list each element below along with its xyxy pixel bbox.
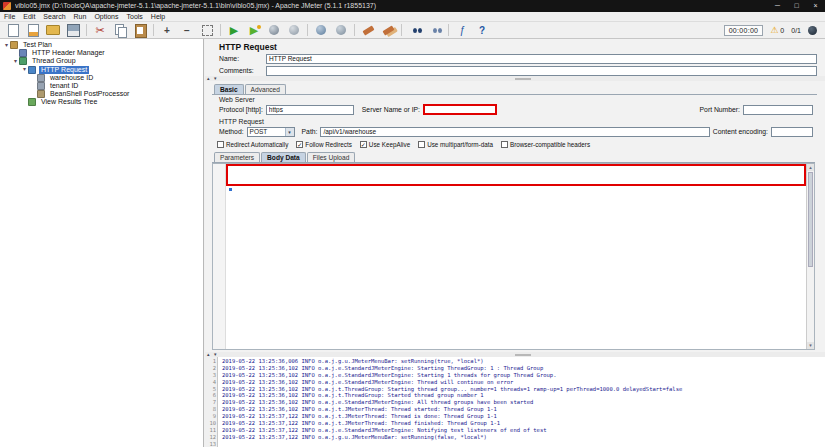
divider-collapse-up-icon[interactable]: ▴ (207, 76, 210, 81)
tree-item-tenant-id[interactable]: tenant ID (0, 82, 203, 90)
toggle-icon[interactable] (200, 23, 214, 37)
tree-item-test-plan[interactable]: ▾Test Plan (0, 41, 203, 49)
toolbar: 00:00:00 ⚠ 0 0/1 (0, 22, 825, 39)
remote-stop-all-icon[interactable] (334, 23, 348, 37)
titlebar: viblo05.jmx (D:\ToolsQA\apache-jmeter-5.… (0, 0, 825, 12)
menu-search[interactable]: Search (39, 12, 69, 22)
tree-item-http-request[interactable]: ▾HTTP Request (0, 66, 203, 74)
cut-icon[interactable] (93, 23, 107, 37)
body-data-panel[interactable]: ▴ ▾ (212, 163, 815, 350)
editor-split-divider[interactable]: ▴ ▾ (205, 76, 825, 81)
log-line: 2019-05-22 13:25:37,122 INFO o.a.j.t.JMe… (222, 420, 825, 427)
collapse-all-icon[interactable] (180, 23, 194, 37)
scroll-up-icon[interactable]: ▴ (807, 164, 814, 171)
server-name-input[interactable] (423, 104, 497, 115)
tree-item-label: warehouse ID (48, 74, 95, 82)
tree-item-http-header-manager[interactable]: HTTP Header Manager (0, 49, 203, 57)
menu-tools[interactable]: Tools (123, 12, 147, 22)
search-icon[interactable] (408, 23, 422, 37)
content-encoding-input[interactable] (771, 127, 813, 137)
start-icon[interactable] (227, 23, 241, 37)
remote-start-all-icon[interactable] (314, 23, 328, 37)
port-input[interactable] (743, 105, 813, 115)
toolbar-status: 00:00:00 ⚠ 0 0/1 (724, 25, 822, 36)
warning-indicator[interactable]: ⚠ 0 (770, 26, 784, 35)
log-line-number: 8 (205, 406, 216, 413)
tab-basic[interactable]: Basic (214, 84, 244, 94)
tab-files-upload[interactable]: Files Upload (307, 152, 356, 162)
tab-advanced[interactable]: Advanced (245, 84, 286, 94)
name-row: Name: (219, 53, 817, 64)
menu-file[interactable]: File (0, 12, 19, 22)
templates-icon[interactable] (26, 23, 40, 37)
log-line: 2019-05-22 13:25:36,102 INFO o.a.j.t.Thr… (222, 392, 825, 399)
log-lines: 2019-05-22 13:25:36,006 INFO o.a.j.g.u.J… (220, 357, 825, 447)
save-icon[interactable] (66, 23, 80, 37)
stop-icon[interactable] (267, 23, 281, 37)
tree-expand-icon[interactable]: ▾ (21, 66, 28, 73)
help-icon[interactable] (475, 23, 489, 37)
menu-options[interactable]: Options (90, 12, 122, 22)
jmeter-window: { "window": { "title": "viblo05.jmx (D:\… (0, 0, 825, 447)
protocol-input[interactable] (266, 105, 354, 115)
maximize-button[interactable]: □ (787, 0, 806, 12)
tab-body-data[interactable]: Body Data (261, 152, 306, 162)
divider-grip[interactable] (515, 78, 531, 80)
log-line: 2019-05-22 13:25:36,102 INFO o.a.j.e.Sta… (222, 365, 825, 372)
checkbox-follow-redirects[interactable]: ✓Follow Redirects (296, 141, 352, 148)
checkbox-use-multipart-form-data[interactable]: Use multipart/form-data (418, 141, 493, 148)
scrollbar-thumb[interactable] (808, 172, 813, 267)
scroll-down-icon[interactable]: ▾ (807, 342, 814, 349)
toolbar-separator (153, 24, 154, 36)
paste-icon[interactable] (133, 23, 147, 37)
method-select[interactable]: POST ▾ (247, 127, 295, 137)
path-input[interactable] (320, 127, 709, 137)
clear-all-icon[interactable] (381, 23, 395, 37)
log-line: 2019-05-22 13:25:36,102 INFO o.a.j.t.JMe… (222, 406, 825, 413)
divider-collapse-down-icon[interactable]: ▾ (214, 76, 217, 81)
divider-grip[interactable] (515, 354, 531, 356)
comments-input[interactable] (266, 66, 817, 76)
shutdown-icon[interactable] (287, 23, 301, 37)
tree-item-thread-group[interactable]: ▾Thread Group (0, 57, 203, 65)
log-panel[interactable]: 12345678910111213 2019-05-22 13:25:36,00… (205, 357, 825, 447)
search-reset-icon[interactable] (428, 23, 442, 37)
log-line-number: 10 (205, 420, 216, 427)
toolbar-separator (307, 24, 308, 36)
log-line: 2019-05-22 13:25:37,122 INFO o.a.j.e.Sta… (222, 427, 825, 434)
checkbox-icon: ✓ (360, 141, 367, 148)
expand-all-icon[interactable] (160, 23, 174, 37)
close-button[interactable]: × (806, 0, 825, 12)
content-encoding-label: Content encoding: (713, 128, 768, 135)
tree-item-beanshell-postprocessor[interactable]: BeanShell PostProcessor (0, 90, 203, 98)
toolbar-separator (401, 24, 402, 36)
copy-icon[interactable] (113, 23, 127, 37)
menu-help[interactable]: Help (147, 12, 169, 22)
body-scrollbar[interactable]: ▴ ▾ (806, 164, 814, 349)
thread-counter: 0/1 (791, 27, 801, 34)
logo-sphere-icon (808, 26, 817, 35)
text-caret (229, 188, 232, 191)
function-helper-icon[interactable] (455, 23, 469, 37)
path-label: Path: (302, 128, 318, 135)
tree-item-warehouse-id[interactable]: warehouse ID (0, 74, 203, 82)
log-line-number: 13 (205, 441, 216, 447)
menu-edit[interactable]: Edit (19, 12, 39, 22)
log-line-number: 9 (205, 413, 216, 420)
open-icon[interactable] (46, 23, 60, 37)
tree-item-view-results-tree[interactable]: View Results Tree (0, 98, 203, 106)
start-no-pauses-icon[interactable] (247, 23, 261, 37)
menu-run[interactable]: Run (70, 12, 91, 22)
name-input[interactable] (266, 54, 817, 64)
tab-parameters[interactable]: Parameters (214, 152, 260, 162)
test-plan-tree: ▾Test PlanHTTP Header Manager▾Thread Gro… (0, 39, 204, 447)
checkbox-browser-compatible-headers[interactable]: Browser-compatible headers (501, 141, 590, 148)
tree-expand-icon[interactable]: ▾ (12, 58, 19, 65)
new-icon[interactable] (6, 23, 20, 37)
clear-icon[interactable] (361, 23, 375, 37)
checkbox-use-keepalive[interactable]: ✓Use KeepAlive (360, 141, 410, 148)
body-data-textarea[interactable] (226, 164, 806, 186)
minimize-button[interactable]: ─ (768, 0, 787, 12)
checkbox-redirect-automatically[interactable]: Redirect Automatically (217, 141, 288, 148)
tree-expand-icon[interactable]: ▾ (3, 42, 10, 49)
